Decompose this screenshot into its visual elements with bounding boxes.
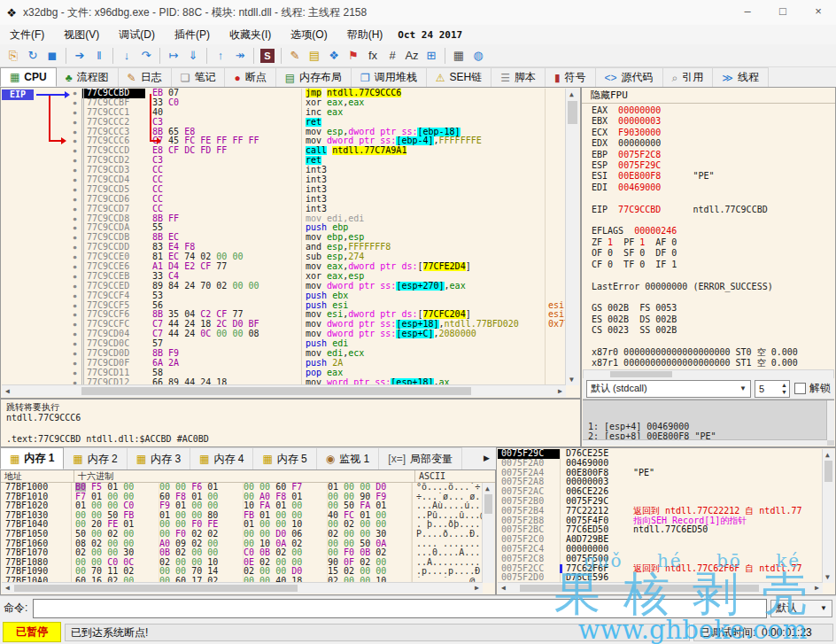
menu-item[interactable]: 选项(O) — [281, 27, 337, 43]
tab-call-stack[interactable]: ❐调用堆栈 — [352, 67, 427, 87]
stack-row[interactable]: 0075F2A800000003 — [498, 477, 822, 487]
breakpoint-dot[interactable]: ● — [68, 330, 81, 339]
stack-row[interactable]: 0075F2C400000000 — [498, 545, 822, 555]
command-script-dropdown[interactable]: 默认▼ — [770, 600, 832, 617]
stack-row[interactable]: 0075F2B00075F29C — [498, 497, 822, 507]
dump-row[interactable]: 77BF102001 00 00 C0F9 01 00 0010 FA 01 0… — [2, 501, 482, 511]
breakpoint-dot[interactable]: ● — [68, 339, 81, 349]
dump-row[interactable]: 77BF104000 20 FE 0100 00 F0 FE01 00 00 1… — [2, 520, 482, 530]
dump-row[interactable]: 77BF105050 00 02 0000 F0 02 0200 00 D0 0… — [2, 530, 482, 539]
internet-icon[interactable]: ◍ — [468, 47, 488, 65]
dump-row[interactable]: 77BF1000B0 F5 01 0000 00 F6 0100 00 60 F… — [2, 483, 482, 493]
breakpoint-dot[interactable]: ● — [68, 252, 81, 262]
stack-row[interactable]: 0075F2B477C22212返回到 ntdll.77C22212 自 ntd… — [498, 507, 822, 516]
bookmark-icon[interactable]: ⚑ — [344, 47, 363, 65]
disasm-row[interactable]: ●77C9CCD4CCint3 — [68, 175, 566, 185]
disasm-row[interactable]: ●77C9CCC2C3ret — [68, 118, 566, 128]
dump-row[interactable]: 77BF106008 02 00 00A0 09 02 0000 10 0A 0… — [2, 539, 482, 549]
tab-dump-1[interactable]: ▦内存 1 — [0, 447, 64, 469]
disasm-row[interactable]: ●77C9CCBDEB 07jmp ntdll.77C9CCC6 — [68, 89, 566, 98]
tab-symbols[interactable]: ▮符号 — [546, 67, 596, 87]
step-out-icon[interactable]: ↑ — [211, 47, 230, 65]
disasm-row[interactable]: ●77C9CD04C7 44 24 0C 00 00 08mov dword p… — [68, 330, 566, 339]
breakpoint-dot[interactable]: ● — [68, 272, 81, 282]
strings-icon[interactable]: Az — [402, 47, 422, 65]
run-until-return-icon[interactable]: ↦ — [164, 47, 183, 65]
disasm-row[interactable]: ●77C9CCEB33 C4xor eax,esp — [68, 272, 566, 282]
stop-icon[interactable]: ◼ — [43, 47, 62, 65]
breakpoint-dot[interactable]: ● — [68, 214, 81, 224]
scroll-right-icon[interactable]: ▶ — [554, 385, 566, 397]
breakpoint-dot[interactable]: ● — [68, 156, 81, 166]
scroll-up-icon[interactable]: ▲ — [483, 483, 492, 494]
scroll-right-icon[interactable]: ▶ — [811, 583, 823, 594]
label-icon[interactable]: ❖ — [324, 47, 344, 65]
breakpoint-dot[interactable]: ● — [68, 166, 81, 175]
maximize-button[interactable]: □ — [765, 0, 801, 25]
breakpoint-dot[interactable]: ● — [68, 118, 81, 128]
disasm-row[interactable]: ●77C9CCDB8B ECmov ebp,esp — [68, 233, 566, 243]
stack-row[interactable]: 0075F2C80075F500 — [498, 555, 822, 564]
disasm-row[interactable]: ●77C9CCE081 EC 74 02 00 00sub esp,274 — [68, 252, 566, 262]
disassembly-vscrollbar[interactable]: ▲ ▼ — [565, 89, 579, 385]
breakpoint-dot[interactable]: ● — [68, 349, 81, 359]
disasm-row[interactable]: ●77C9CCBF33 C0xor eax,eax — [68, 98, 566, 108]
disasm-row[interactable]: ●77C9CCFCC7 44 24 18 2C D0 BFmov dword p… — [68, 320, 566, 330]
command-input[interactable] — [33, 599, 767, 618]
registers-pane[interactable]: 隐藏FPU EAX 00000000EBX 00000003ECX F90300… — [581, 87, 836, 447]
disasm-row[interactable]: ●77C9CCDD83 E4 F8and esp,FFFFFFF8 — [68, 243, 566, 252]
scroll-up-icon[interactable]: ▲ — [823, 449, 832, 461]
argument-count-stepper[interactable]: 5▲▼ — [755, 380, 790, 398]
breakpoint-dot[interactable]: ● — [68, 136, 81, 146]
tab-seh[interactable]: ⚠SEH链 — [427, 67, 492, 87]
breakpoint-dot[interactable]: ● — [68, 243, 81, 252]
step-into-source-icon[interactable]: ⇓ — [183, 47, 203, 65]
disasm-row[interactable]: ●77C9CCE6A1 D4 E2 CF 77mov eax,dword ptr… — [68, 262, 566, 272]
disasm-row[interactable]: ●77C9CD0D8B F9mov edi,ecx — [68, 349, 566, 359]
tab-log[interactable]: ✎日志 — [119, 67, 172, 87]
stack-hscrollbar[interactable]: ◀ ▶ — [498, 582, 823, 594]
memory-dump-pane[interactable]: 地址 十六进制 ASCII 77BF1000B0 F5 01 0000 00 F… — [0, 469, 496, 595]
scroll-left-icon[interactable]: ◀ — [2, 385, 13, 397]
disasm-row[interactable]: ●77C9CCD3CCint3 — [68, 166, 566, 175]
dump-row[interactable]: 77BF108000 00 C0 0C02 00 00 100E 02 00 0… — [2, 558, 482, 568]
stack-row[interactable]: 0075F2CC77C62F6F返回到 ntdll.77C62F6F 自 ntd… — [498, 564, 822, 574]
scroll-left-icon[interactable]: ◀ — [498, 583, 509, 594]
breakpoint-dot[interactable]: ● — [68, 262, 81, 272]
disassembly-pane[interactable]: ●77C9CCBDEB 07jmp ntdll.77C9CCC6●77C9CCB… — [0, 87, 581, 399]
minimize-button[interactable]: – — [730, 0, 765, 25]
tab-dump-2[interactable]: ▦内存 2 — [64, 447, 127, 469]
dump-vscrollbar[interactable]: ▲ — [482, 483, 494, 583]
menu-item[interactable]: 帮助(H) — [337, 27, 393, 43]
run-to-user-code-icon[interactable]: ↠ — [230, 47, 250, 65]
tab-memory-map[interactable]: ▤内存布局 — [276, 67, 352, 87]
scroll-left-icon[interactable]: ◀ — [2, 583, 13, 594]
disasm-row[interactable]: ●77C9CCD5CCint3 — [68, 185, 566, 195]
patch-icon[interactable]: ✎ — [285, 47, 305, 65]
menu-item[interactable]: 插件(P) — [165, 27, 220, 43]
breakpoint-dot[interactable]: ● — [68, 310, 81, 320]
scroll-down-icon[interactable]: ▼ — [566, 374, 577, 385]
pause-icon[interactable]: ‖ — [89, 47, 109, 65]
dump-row[interactable]: 77BF1010F7 01 00 0060 F8 01 0000 A0 F8 0… — [2, 493, 482, 502]
close-button[interactable]: × — [801, 0, 836, 25]
breakpoint-dot[interactable]: ● — [68, 146, 81, 156]
stack-row[interactable]: 0075F2B80075F4F0指向SEH_Record[1]的指针 — [498, 516, 822, 526]
calling-convention-dropdown[interactable]: 默认 (stdcall)▼ — [586, 380, 751, 398]
step-into-icon[interactable]: ↓ — [117, 47, 136, 65]
breakpoint-dot[interactable]: ● — [68, 175, 81, 185]
menu-item[interactable]: 视图(V) — [54, 27, 109, 43]
tab-source[interactable]: <>源代码 — [596, 67, 663, 87]
stack-row[interactable]: 0075F2C0A0D729BE — [498, 535, 822, 545]
hash-icon[interactable]: # — [383, 47, 402, 65]
dump-row[interactable]: 77BF107002 00 00 300B 02 00 00C0 0B 02 0… — [2, 548, 482, 558]
menu-item[interactable]: 调试(D) — [109, 27, 165, 43]
breakpoint-dot[interactable]: ● — [68, 359, 81, 369]
step-over-icon[interactable]: ↷ — [136, 47, 156, 65]
unlock-checkbox[interactable]: 解锁 — [794, 381, 831, 396]
disasm-row[interactable]: ●77C9CD0C57push edi — [68, 339, 566, 349]
stack-row[interactable]: 0075F2A000469000 — [498, 459, 822, 469]
dump-row[interactable]: 77BF109000 70 11 0200 00 70 1402 00 00 D… — [2, 567, 482, 577]
breakpoint-dot[interactable]: ● — [68, 89, 81, 98]
arguments-vscrollbar[interactable] — [826, 400, 834, 440]
